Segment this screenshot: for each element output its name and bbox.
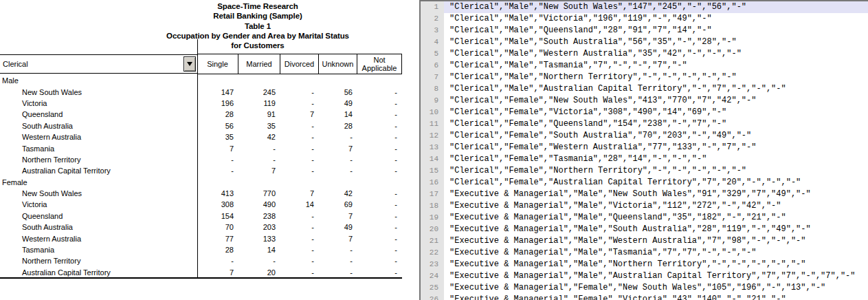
editor-line[interactable]: 3"Clerical","Male","Queensland","28","91… bbox=[421, 25, 868, 36]
line-text[interactable]: "Clerical","Male","South Australia","56"… bbox=[444, 36, 868, 48]
value-cell: - bbox=[197, 257, 238, 265]
line-text[interactable]: "Clerical","Female","Australian Capital … bbox=[444, 177, 868, 189]
editor-line[interactable]: 6"Clerical","Male","Tasmania","7","-","-… bbox=[421, 60, 868, 72]
line-text[interactable]: "Executive & Managerial","Male","New Sou… bbox=[444, 189, 868, 200]
line-number: 25 bbox=[421, 282, 444, 294]
value-cell: - bbox=[357, 223, 402, 231]
value-cell: 20 bbox=[238, 268, 280, 277]
line-text[interactable]: "Clerical","Male","Queensland","28","91"… bbox=[444, 25, 868, 36]
row-label: New South Wales bbox=[0, 88, 197, 96]
line-text[interactable]: "Clerical","Female","New South Wales","4… bbox=[444, 95, 868, 107]
value-cell: - bbox=[357, 189, 402, 197]
value-cell: 119 bbox=[238, 99, 280, 107]
value-cell: 196 bbox=[197, 99, 238, 107]
line-text[interactable]: "Executive & Managerial","Male","Norther… bbox=[444, 259, 868, 270]
editor-line[interactable]: 9"Clerical","Female","New South Wales","… bbox=[421, 95, 868, 107]
editor-line[interactable]: 8"Clerical","Male","Australian Capital T… bbox=[421, 83, 868, 95]
value-cell: - bbox=[319, 167, 357, 175]
editor-line[interactable]: 18"Executive & Managerial","Male","Victo… bbox=[421, 200, 868, 212]
editor-line[interactable]: 22"Executive & Managerial","Male","Tasma… bbox=[421, 247, 868, 259]
line-text[interactable]: "Executive & Managerial","Male","South A… bbox=[444, 224, 868, 235]
line-number: 12 bbox=[421, 130, 444, 142]
line-text[interactable]: "Clerical","Female","Tasmania","28","14"… bbox=[444, 153, 868, 165]
occupation-dropdown[interactable]: Clerical bbox=[0, 54, 197, 74]
value-cell: - bbox=[357, 122, 402, 130]
value-cell: - bbox=[238, 144, 280, 153]
editor-line[interactable]: 4"Clerical","Male","South Australia","56… bbox=[421, 36, 868, 48]
editor-line[interactable]: 12"Clerical","Female","South Australia",… bbox=[421, 130, 868, 142]
value-cell: 147 bbox=[197, 88, 238, 96]
editor-line[interactable]: 2"Clerical","Male","Victoria","196","119… bbox=[421, 13, 868, 25]
editor-line[interactable]: 26"Executive & Managerial","Female","Vic… bbox=[421, 294, 868, 300]
line-number: 5 bbox=[421, 48, 444, 60]
line-number: 16 bbox=[421, 177, 444, 189]
editor-line[interactable]: 5"Clerical","Male","Western Australia","… bbox=[421, 48, 868, 60]
row-label: Queensland bbox=[0, 212, 197, 220]
line-text[interactable]: "Executive & Managerial","Female","Victo… bbox=[444, 294, 868, 300]
table-row: Northern Territory----- bbox=[0, 154, 402, 165]
value-cell: 42 bbox=[319, 189, 357, 197]
line-text[interactable]: "Clerical","Female","Queensland","154","… bbox=[444, 118, 868, 130]
report-panel: Space-Time Research Retail Banking (Samp… bbox=[0, 0, 419, 300]
editor-line[interactable]: 19"Executive & Managerial","Male","Queen… bbox=[421, 212, 868, 224]
editor-line[interactable]: 16"Clerical","Female","Australian Capita… bbox=[421, 177, 868, 189]
editor-line[interactable]: 21"Executive & Managerial","Male","Weste… bbox=[421, 235, 868, 247]
row-label: Victoria bbox=[0, 99, 197, 107]
row-label: Northern Territory bbox=[0, 156, 197, 164]
line-text[interactable]: "Clerical","Male","Northern Territory","… bbox=[444, 72, 868, 83]
editor-line[interactable]: 25"Executive & Managerial","Female","New… bbox=[421, 282, 868, 294]
line-text[interactable]: "Clerical","Male","Tasmania","7","-","-"… bbox=[444, 60, 868, 72]
editor-line[interactable]: 10"Clerical","Female","Victoria","308","… bbox=[421, 107, 868, 118]
line-text[interactable]: "Executive & Managerial","Male","Tasmani… bbox=[444, 247, 868, 259]
value-cell: 770 bbox=[238, 189, 280, 197]
line-text[interactable]: "Clerical","Female","Western Australia",… bbox=[444, 142, 868, 153]
value-cell: 42 bbox=[238, 133, 280, 141]
line-text[interactable]: "Clerical","Male","Australian Capital Te… bbox=[444, 83, 868, 95]
report-title-line: Table 1 bbox=[52, 21, 464, 31]
editor-line[interactable]: 24"Executive & Managerial","Male","Austr… bbox=[421, 270, 868, 282]
editor-line[interactable]: 1"Clerical","Male","New South Wales","14… bbox=[421, 1, 868, 13]
line-text[interactable]: "Executive & Managerial","Male","Queensl… bbox=[444, 212, 868, 224]
row-label: South Australia bbox=[0, 122, 197, 130]
editor-line[interactable]: 20"Executive & Managerial","Male","South… bbox=[421, 224, 868, 235]
line-text[interactable]: "Clerical","Female","South Australia","7… bbox=[444, 130, 868, 142]
value-cell: - bbox=[319, 133, 357, 141]
line-number: 7 bbox=[421, 72, 444, 83]
value-cell: 14 bbox=[238, 246, 280, 254]
line-text[interactable]: "Executive & Managerial","Male","Austral… bbox=[444, 270, 868, 282]
line-text[interactable]: "Clerical","Male","Western Australia","3… bbox=[444, 48, 868, 60]
row-label: New South Wales bbox=[0, 189, 197, 197]
editor-line[interactable]: 7"Clerical","Male","Northern Territory",… bbox=[421, 72, 868, 83]
editor-line[interactable]: 11"Clerical","Female","Queensland","154"… bbox=[421, 118, 868, 130]
value-cell: 49 bbox=[319, 99, 357, 107]
line-number: 11 bbox=[421, 118, 444, 130]
value-cell: - bbox=[197, 167, 238, 175]
editor-line[interactable]: 23"Executive & Managerial","Male","North… bbox=[421, 259, 868, 270]
report-title-line: Occupation by Gender and Area by Marital… bbox=[52, 31, 464, 41]
line-text[interactable]: "Clerical","Male","Victoria","196","119"… bbox=[444, 13, 868, 25]
row-label: Queensland bbox=[0, 110, 197, 118]
editor-line[interactable]: 13"Clerical","Female","Western Australia… bbox=[421, 142, 868, 153]
line-text[interactable]: "Executive & Managerial","Male","Victori… bbox=[444, 200, 868, 212]
table-bottom-border bbox=[0, 277, 402, 279]
dropdown-arrow-button[interactable] bbox=[183, 56, 196, 72]
line-number: 9 bbox=[421, 95, 444, 107]
table-row: South Australia70203-49- bbox=[0, 222, 402, 233]
line-text[interactable]: "Clerical","Male","New South Wales","147… bbox=[444, 1, 868, 13]
column-header: Divorced bbox=[280, 54, 319, 74]
value-cell: - bbox=[357, 246, 402, 254]
csv-text-editor[interactable]: 1"Clerical","Male","New South Wales","14… bbox=[419, 0, 868, 300]
line-text[interactable]: "Executive & Managerial","Female","New S… bbox=[444, 282, 868, 294]
line-text[interactable]: "Clerical","Female","Northern Territory"… bbox=[444, 165, 868, 177]
column-header: Married bbox=[238, 54, 280, 74]
editor-line[interactable]: 14"Clerical","Female","Tasmania","28","1… bbox=[421, 153, 868, 165]
line-text[interactable]: "Clerical","Female","Victoria","308","49… bbox=[444, 107, 868, 118]
editor-line[interactable]: 17"Executive & Managerial","Male","New S… bbox=[421, 189, 868, 200]
line-text[interactable]: "Executive & Managerial","Male","Western… bbox=[444, 235, 868, 247]
table-row: Australian Capital Territory720--- bbox=[0, 267, 402, 278]
editor-line[interactable]: 15"Clerical","Female","Northern Territor… bbox=[421, 165, 868, 177]
row-label: Western Australia bbox=[0, 133, 197, 141]
value-cell: 7 bbox=[197, 268, 238, 277]
line-number: 21 bbox=[421, 235, 444, 247]
value-cell: - bbox=[357, 257, 402, 265]
